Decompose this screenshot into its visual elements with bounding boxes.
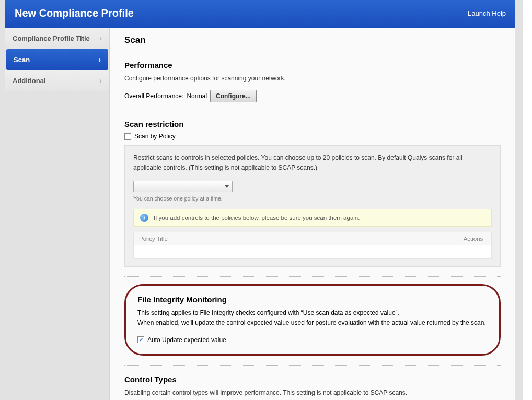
control-types-desc: Disabling certain control types will imp…: [124, 388, 501, 398]
policy-table-header: Policy Title Actions: [133, 232, 492, 245]
page-title: Scan: [124, 35, 501, 49]
policy-table-body: [133, 245, 492, 259]
info-icon: i: [140, 214, 148, 222]
sidebar-item-profile-title[interactable]: Compliance Profile Title ›: [5, 28, 109, 49]
sidebar: Compliance Profile Title › Scan › Additi…: [5, 28, 110, 400]
policy-dropdown[interactable]: [133, 181, 233, 192]
scan-restriction-desc: Restrict scans to controls in selected p…: [133, 153, 492, 173]
overall-performance-value: Normal: [187, 92, 207, 100]
section-performance: Performance Configure performance option…: [124, 61, 501, 112]
window-title: New Compliance Profile: [15, 7, 134, 19]
scan-by-policy-label: Scan by Policy: [134, 133, 176, 140]
auto-update-label: Auto Update expected value: [147, 336, 226, 344]
sidebar-item-additional[interactable]: Additional ›: [5, 70, 109, 91]
sidebar-item-scan[interactable]: Scan ›: [6, 49, 108, 70]
control-types-heading: Control Types: [124, 375, 501, 384]
sidebar-item-label: Compliance Profile Title: [13, 34, 90, 42]
fim-desc-1: This setting applies to File Integrity c…: [137, 308, 488, 318]
titlebar: New Compliance Profile Launch Help: [5, 0, 515, 28]
main-content: Scan Performance Configure performance o…: [110, 28, 515, 400]
section-scan-restriction: Scan restriction Scan by Policy Restrict…: [124, 120, 501, 276]
launch-help-link[interactable]: Launch Help: [468, 9, 506, 17]
info-banner-text: If you add controls to the policies belo…: [154, 215, 360, 221]
overall-performance-row: Overall Performance: Normal Configure...: [124, 90, 501, 102]
performance-desc: Configure performance options for scanni…: [124, 74, 501, 84]
scan-restriction-heading: Scan restriction: [124, 120, 501, 128]
col-actions: Actions: [455, 232, 491, 245]
policy-dropdown-hint: You can choose one policy at a time.: [133, 195, 492, 202]
fim-highlight: File Integrity Monitoring This setting a…: [124, 284, 501, 356]
chevron-right-icon: ›: [98, 55, 101, 64]
scan-restriction-box: Restrict scans to controls in selected p…: [124, 145, 501, 266]
chevron-right-icon: ›: [99, 34, 102, 42]
fim-heading: File Integrity Monitoring: [137, 295, 488, 304]
col-policy-title: Policy Title: [134, 232, 455, 245]
chevron-right-icon: ›: [99, 76, 102, 85]
configure-button[interactable]: Configure...: [210, 90, 257, 102]
fim-desc-2: When enabled, we'll update the control e…: [137, 318, 488, 328]
performance-heading: Performance: [124, 61, 501, 69]
sidebar-item-label: Additional: [13, 77, 46, 85]
section-control-types: Control Types Disabling certain control …: [124, 375, 501, 400]
scan-by-policy-checkbox[interactable]: [124, 133, 131, 140]
auto-update-checkbox[interactable]: ✔: [137, 336, 144, 343]
overall-performance-label: Overall Performance:: [124, 92, 183, 100]
sidebar-item-label: Scan: [14, 56, 30, 64]
info-banner: i If you add controls to the policies be…: [133, 209, 492, 227]
